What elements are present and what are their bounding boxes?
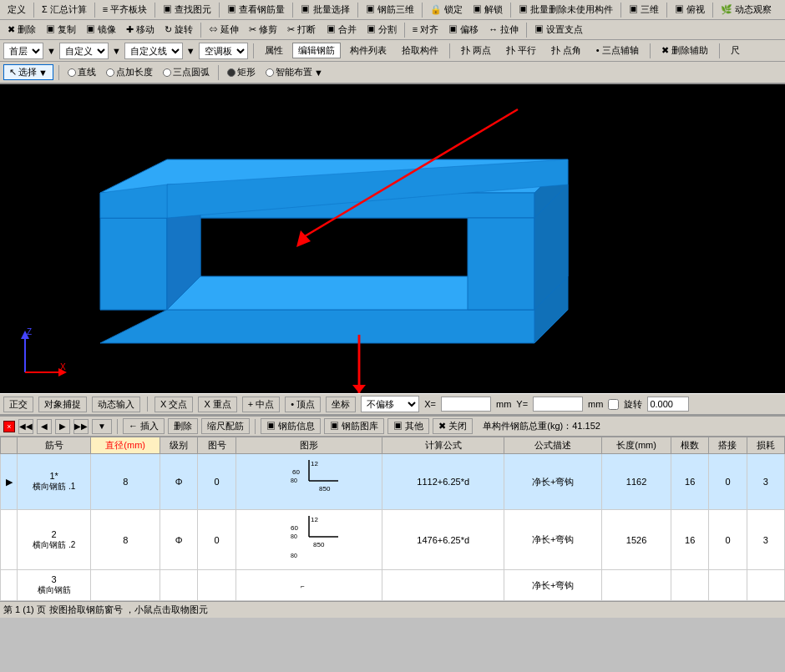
three-point-arc-radio[interactable]: 三点圆弧 — [160, 65, 213, 79]
smart-layout-radio[interactable]: 智能布置 ▼ — [262, 65, 327, 79]
row2-fignum[interactable]: 0 — [198, 510, 236, 570]
row3-count[interactable] — [671, 570, 709, 601]
row1-formula[interactable]: 1112+6.25*d — [382, 454, 504, 510]
y-input[interactable] — [533, 397, 583, 412]
offset-btn[interactable]: ▣ 偏移 — [444, 22, 483, 38]
col-header-fignum[interactable]: 图号 — [198, 437, 236, 454]
delete-row-btn[interactable]: 删除 — [168, 418, 198, 434]
steel-library-btn[interactable]: ▣ 钢筋图库 — [324, 418, 384, 434]
dynamic-input-btn[interactable]: 动态输入 — [92, 397, 140, 412]
row3-desc[interactable]: 净长+弯钩 — [504, 570, 602, 601]
rotate-input[interactable] — [647, 397, 689, 412]
set-fulcrum-btn[interactable]: ▣ 设置支点 — [530, 22, 587, 38]
delete-btn-t2[interactable]: ✖ 删除 — [3, 22, 40, 38]
row1-loss[interactable]: 3 — [747, 454, 784, 510]
align-btn[interactable]: ≡ 对齐 — [408, 22, 443, 38]
row3-diameter[interactable] — [91, 570, 160, 601]
line-radio[interactable]: 直线 — [64, 65, 99, 79]
steel-info-btn[interactable]: ▣ 钢筋信息 — [261, 418, 321, 434]
x-input[interactable] — [441, 397, 491, 412]
col-header-overlap[interactable]: 搭接 — [709, 437, 747, 454]
edit-steel-btn[interactable]: 编辑钢筋 — [292, 43, 341, 58]
3d-viewport[interactable]: Z X — [0, 84, 785, 393]
row3-loss[interactable] — [747, 570, 784, 601]
vertex-btn[interactable]: • 顶点 — [285, 397, 321, 412]
two-point-btn[interactable]: 扑 两点 — [455, 43, 497, 58]
batch-select-btn[interactable]: ▣ 批量选择 — [296, 2, 353, 18]
three-point-aux-btn[interactable]: • 三点辅轴 — [590, 43, 645, 58]
layer-select-2[interactable]: 自定义 — [59, 43, 109, 59]
midpoint-btn[interactable]: + 中点 — [242, 397, 280, 412]
col-header-count[interactable]: 根数 — [671, 437, 709, 454]
define-btn[interactable]: 定义 — [3, 2, 30, 18]
point-angle-btn[interactable]: 扑 点角 — [545, 43, 587, 58]
find-element-btn[interactable]: ▣ 查找图元 — [159, 2, 215, 18]
row1-count[interactable]: 16 — [671, 454, 709, 510]
table-row[interactable]: 2 横向钢筋 .2 8 Φ 0 12 60 850 — [1, 510, 785, 570]
mirror-btn[interactable]: ▣ 镜像 — [82, 22, 120, 38]
row1-shape[interactable]: 12 60 850 80 — [236, 454, 382, 510]
col-header-formula[interactable]: 计算公式 — [382, 437, 504, 454]
merge-btn[interactable]: ▣ 合并 — [322, 22, 361, 38]
row1-grade[interactable]: Φ — [160, 454, 198, 510]
table-row[interactable]: 3 横向钢筋 ⌐ 净长+弯钩 — [1, 570, 785, 601]
col-header-diameter[interactable]: 直径(mm) — [91, 437, 160, 454]
rectangle-radio[interactable]: 矩形 — [224, 65, 259, 79]
row2-diameter[interactable]: 8 — [91, 510, 160, 570]
select-mode-btn[interactable]: ↖ 选择 ▼ — [3, 64, 53, 80]
pick-component-btn[interactable]: 拾取构件 — [396, 43, 444, 58]
col-header-grade[interactable]: 级别 — [160, 437, 198, 454]
layer-select-4[interactable]: 空调板 — [199, 43, 248, 59]
intersection-btn[interactable]: X 交点 — [154, 397, 193, 412]
col-header-length[interactable]: 长度(mm) — [602, 437, 671, 454]
row2-overlap[interactable]: 0 — [709, 510, 747, 570]
steel-3d-btn[interactable]: ▣ 钢筋三维 — [362, 2, 418, 18]
property-btn[interactable]: 属性 — [259, 43, 289, 58]
nav-first-btn[interactable]: ◀◀ — [18, 419, 33, 434]
coords-btn[interactable]: 坐标 — [326, 397, 356, 412]
close-panel-btn[interactable]: ✖ 关闭 — [433, 418, 473, 434]
row2-desc[interactable]: 净长+弯钩 — [504, 510, 602, 570]
row3-length[interactable] — [602, 570, 671, 601]
dynamic-view-btn[interactable]: 🌿 动态观察 — [717, 2, 776, 18]
offset-select[interactable]: 不偏移 — [361, 396, 419, 412]
scale-steel-btn[interactable]: 缩尺配筋 — [201, 418, 250, 434]
3d-view-btn[interactable]: ▣ 三维 — [625, 2, 663, 18]
row1-length[interactable]: 1162 — [602, 454, 671, 510]
table-row[interactable]: ▶ 1* 横向钢筋 .1 8 Φ 0 12 — [1, 454, 785, 510]
move-btn[interactable]: ✚ 移动 — [122, 22, 159, 38]
row2-loss[interactable]: 3 — [747, 510, 784, 570]
batch-delete-btn[interactable]: ▣ 批量删除未使用构件 — [514, 2, 617, 18]
rotate-checkbox[interactable] — [608, 399, 619, 410]
insert-btn[interactable]: ← 插入 — [123, 418, 165, 434]
point-add-radio[interactable]: 点加长度 — [103, 65, 156, 79]
row3-fignum[interactable] — [198, 570, 236, 601]
parallel-btn[interactable]: 扑 平行 — [500, 43, 542, 58]
col-header-desc[interactable]: 公式描述 — [504, 437, 602, 454]
row2-count[interactable]: 16 — [671, 510, 709, 570]
row1-diameter[interactable]: 8 — [91, 454, 160, 510]
obj-snap-btn[interactable]: 对象捕捉 — [38, 397, 87, 412]
row2-grade[interactable]: Φ — [160, 510, 198, 570]
layer-select-3[interactable]: 自定义线 — [124, 43, 183, 59]
top-view-btn[interactable]: ▣ 俯视 — [671, 2, 709, 18]
row3-overlap[interactable] — [709, 570, 747, 601]
panel-close-btn[interactable]: × — [3, 421, 15, 432]
nav-down-btn[interactable]: ▼ — [92, 419, 112, 434]
layer-select-1[interactable]: 首层 — [3, 43, 43, 59]
component-list-btn[interactable]: 构件列表 — [344, 43, 392, 58]
rotate-btn[interactable]: ↻ 旋转 — [160, 22, 197, 38]
nav-prev-btn[interactable]: ◀ — [37, 419, 52, 434]
row3-grade[interactable] — [160, 570, 198, 601]
lock-btn[interactable]: 🔒 锁定 — [426, 2, 467, 18]
split-btn[interactable]: ▣ 分割 — [362, 22, 401, 38]
nav-next-btn[interactable]: ▶ — [55, 419, 70, 434]
break-btn[interactable]: ✂ 打断 — [283, 22, 320, 38]
row1-desc[interactable]: 净长+弯钩 — [504, 454, 602, 510]
unlock-btn[interactable]: ▣ 解锁 — [468, 2, 507, 18]
col-header-shape[interactable]: 图形 — [236, 437, 382, 454]
nav-last-btn[interactable]: ▶▶ — [73, 419, 89, 434]
delete-aux-btn[interactable]: ✖ 删除辅助 — [656, 43, 714, 58]
trim-btn[interactable]: ✂ 修剪 — [245, 22, 281, 38]
copy-btn[interactable]: ▣ 复制 — [42, 22, 80, 38]
